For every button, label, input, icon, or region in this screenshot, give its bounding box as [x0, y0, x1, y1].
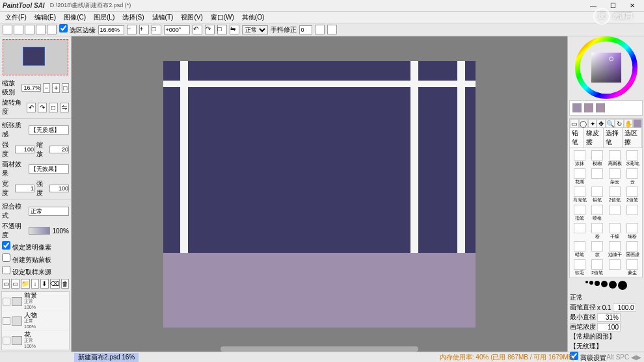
- brush-preset[interactable]: [606, 259, 623, 276]
- new-folder-button[interactable]: 📁: [21, 279, 30, 289]
- brush-preset[interactable]: 油漆干: [606, 240, 623, 258]
- visibility-toggle[interactable]: [3, 298, 10, 305]
- tool-cell[interactable]: [36, 25, 46, 34]
- rot-ccw-icon[interactable]: ↶: [27, 103, 36, 112]
- brush-size-presets[interactable]: [568, 279, 644, 291]
- swatch[interactable]: [572, 103, 582, 112]
- layer-folder[interactable]: 人物 正常 100%: [2, 311, 69, 331]
- menu-view[interactable]: 视图(V): [178, 13, 205, 22]
- brush-shape-dropdown[interactable]: 【常规的圆形】: [570, 332, 642, 341]
- color-wheel[interactable]: [568, 36, 644, 99]
- tool-rotate[interactable]: ↻: [615, 119, 624, 128]
- paper-dropdown[interactable]: 【无质感】: [29, 125, 69, 135]
- tab-selpen[interactable]: 选择笔: [604, 128, 623, 148]
- tab-eraser[interactable]: 橡皮擦: [584, 128, 604, 148]
- rotate-reset-button[interactable]: □: [217, 25, 227, 34]
- tab-selerase[interactable]: 选区擦: [623, 128, 642, 148]
- rotate-ccw-button[interactable]: ↶: [193, 25, 202, 34]
- tool-lasso[interactable]: ◯: [579, 119, 588, 128]
- zoom-out-button[interactable]: −: [127, 25, 137, 34]
- brush-preset[interactable]: 2值笔: [589, 259, 606, 276]
- brush-preset[interactable]: 国画虚: [624, 240, 641, 258]
- brush-preset[interactable]: 纹: [589, 240, 606, 258]
- zoom-reset-icon[interactable]: □: [62, 83, 69, 93]
- layer-folder[interactable]: 前景 正常 100%: [2, 292, 69, 311]
- tool-cell[interactable]: [327, 25, 337, 34]
- sel-edge-checkbox[interactable]: 选区边缘: [59, 24, 96, 35]
- rot-reset-icon[interactable]: □: [49, 103, 58, 112]
- nav-zoom-input[interactable]: [21, 84, 41, 92]
- swatch[interactable]: [584, 103, 593, 112]
- zoom-input[interactable]: [98, 25, 124, 34]
- tool-move[interactable]: ✥: [597, 119, 606, 128]
- brush-preset[interactable]: 粉: [589, 222, 606, 240]
- transfer-button[interactable]: ↓: [31, 279, 39, 289]
- navigator[interactable]: [3, 39, 68, 75]
- visibility-toggle[interactable]: [3, 337, 10, 344]
- flip-button[interactable]: ⇋: [230, 25, 239, 34]
- brush-preset[interactable]: [571, 222, 588, 240]
- lock-alpha-checkbox[interactable]: 锁定透明像素: [2, 241, 51, 252]
- sample-src-checkbox[interactable]: 设定取样来源: [2, 266, 51, 277]
- brush-preset[interactable]: 2值笔: [624, 186, 641, 203]
- brush-preset[interactable]: 高斯模: [606, 149, 623, 167]
- tool-hand[interactable]: ✋: [624, 119, 633, 128]
- tool-cell[interactable]: [3, 25, 12, 34]
- effect-dropdown[interactable]: 【无效果】: [29, 164, 69, 174]
- blend-mode-select[interactable]: 正常: [242, 25, 268, 34]
- menu-other[interactable]: 其他(O): [239, 13, 267, 22]
- rot-cw-icon[interactable]: ↷: [38, 103, 47, 112]
- zoom-in-button[interactable]: +: [139, 25, 149, 34]
- menu-layer[interactable]: 图层(L): [91, 13, 117, 22]
- tool-zoom[interactable]: 🔍: [606, 119, 615, 128]
- opacity-slider[interactable]: [29, 227, 50, 235]
- new-layer-button[interactable]: ▭: [2, 279, 10, 289]
- menu-filter[interactable]: 滤镜(T): [150, 13, 176, 22]
- tool-cell[interactable]: [14, 25, 23, 34]
- stabilizer-input[interactable]: [299, 25, 312, 34]
- zoom-out-icon[interactable]: −: [43, 83, 50, 93]
- flip-icon[interactable]: ⇋: [60, 103, 69, 112]
- canvas[interactable]: [163, 61, 476, 328]
- layer-folder[interactable]: 花 正常 100%: [2, 331, 69, 350]
- brush-preset[interactable]: 2值笔: [606, 186, 623, 203]
- zoom-in-icon[interactable]: +: [52, 83, 59, 93]
- tool-cell[interactable]: [315, 25, 325, 34]
- delete-button[interactable]: 🗑: [61, 279, 69, 289]
- brush-preset[interactable]: 铅笔: [589, 186, 606, 203]
- brush-preset[interactable]: [589, 168, 606, 185]
- new-linework-button[interactable]: ▭: [11, 279, 19, 289]
- scrollbar-horizontal[interactable]: [221, 346, 419, 352]
- tab-pencil[interactable]: 铅笔: [570, 128, 584, 148]
- rotate-cw-button[interactable]: ↷: [205, 25, 215, 34]
- brush-preset[interactable]: 涂抹: [571, 149, 588, 167]
- clear-button[interactable]: ⌫: [50, 279, 60, 289]
- brush-texture-dropdown[interactable]: 【无纹理】: [570, 342, 642, 351]
- brush-mode[interactable]: 正常: [570, 293, 642, 302]
- brush-preset[interactable]: 杂云: [606, 168, 623, 185]
- clip-mask-checkbox[interactable]: 创建剪贴蒙板: [2, 253, 51, 265]
- menu-window[interactable]: 窗口(W): [208, 13, 237, 22]
- brush-preset[interactable]: 花湖: [571, 168, 588, 185]
- color-swatches[interactable]: [569, 100, 643, 116]
- brush-preset[interactable]: [624, 204, 641, 222]
- merge-button[interactable]: ⬇: [40, 279, 48, 289]
- angle-input[interactable]: [164, 25, 190, 34]
- document-tab[interactable]: 新建画布2.psd 16%: [74, 353, 139, 362]
- wstr-input[interactable]: [49, 185, 69, 192]
- tool-cell[interactable]: [47, 25, 57, 34]
- brush-preset[interactable]: 模糊: [589, 149, 606, 167]
- blend-dropdown[interactable]: 正常: [29, 207, 69, 216]
- width-input[interactable]: [15, 185, 34, 192]
- tool-color[interactable]: [633, 119, 642, 128]
- visibility-toggle[interactable]: [3, 317, 10, 325]
- brush-size-input[interactable]: 100.0: [613, 304, 636, 312]
- brush-preset[interactable]: 蒙尘: [624, 259, 641, 276]
- brush-preset[interactable]: 马克笔: [571, 186, 588, 203]
- menu-image[interactable]: 图像(C): [61, 13, 88, 22]
- brush-preset[interactable]: 指笔: [571, 204, 588, 222]
- strength-input[interactable]: [15, 146, 34, 153]
- brush-preset[interactable]: 蜡笔: [571, 240, 588, 258]
- menu-select[interactable]: 选择(S): [120, 13, 146, 22]
- brush-density-input[interactable]: 100: [597, 323, 621, 331]
